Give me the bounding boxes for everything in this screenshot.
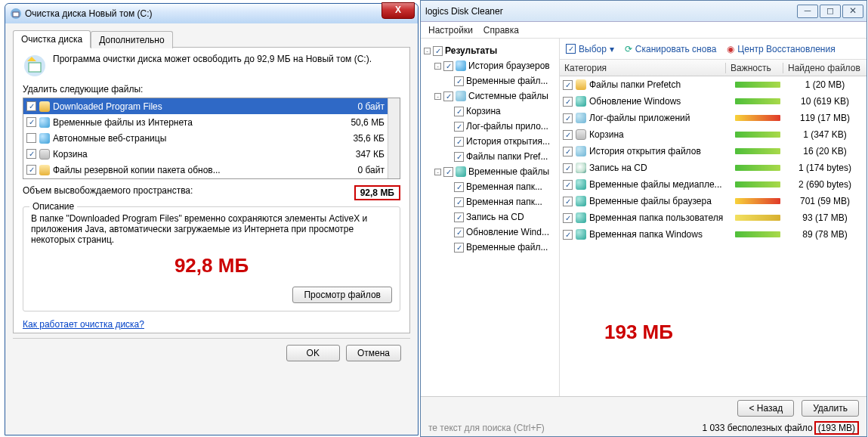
checkbox[interactable]: ✓ bbox=[454, 182, 464, 192]
tree-toggle[interactable]: - bbox=[434, 63, 441, 70]
tree-node[interactable]: ✓Запись на CD bbox=[424, 209, 556, 225]
delete-button[interactable]: Удалить bbox=[802, 400, 859, 417]
tree-toggle[interactable]: - bbox=[434, 93, 441, 100]
checkbox[interactable]: ✓ bbox=[454, 107, 464, 116]
checkbox[interactable]: ✓ bbox=[563, 97, 573, 107]
checkbox[interactable]: ✓ bbox=[454, 122, 464, 132]
category-icon bbox=[576, 79, 586, 90]
scan-again-button[interactable]: ⟳Сканировать снова bbox=[625, 44, 716, 54]
tree-node[interactable]: ✓Временная папк... bbox=[424, 179, 556, 194]
ok-button[interactable]: OK bbox=[286, 345, 340, 361]
cancel-button[interactable]: Отмена bbox=[346, 345, 401, 361]
tree-node[interactable]: ✓Файлы папки Pref... bbox=[424, 149, 556, 164]
tree-node[interactable]: -✓Результаты bbox=[424, 43, 556, 58]
checkbox[interactable]: ✓ bbox=[454, 228, 464, 237]
checkbox[interactable]: ✓ bbox=[563, 230, 573, 240]
checkbox[interactable]: ✓ bbox=[26, 101, 36, 111]
result-row[interactable]: ✓Временные файлы браузера701 (59 MB) bbox=[560, 193, 866, 209]
titlebar[interactable]: Очистка диска Новый том (C:) X bbox=[5, 4, 418, 23]
file-row[interactable]: Автономные веб-страницы35,6 КБ bbox=[23, 130, 400, 146]
checkbox[interactable]: ✓ bbox=[26, 165, 36, 175]
file-row[interactable]: ✓Файлы резервной копии пакета обнов...0 … bbox=[23, 162, 400, 178]
result-row[interactable]: ✓Запись на CD1 (174 bytes) bbox=[560, 160, 866, 176]
checkbox[interactable] bbox=[26, 133, 36, 143]
tree-node[interactable]: ✓Временная папк... bbox=[424, 194, 556, 209]
checkbox[interactable]: ✓ bbox=[433, 46, 443, 56]
minimize-button[interactable]: ─ bbox=[797, 5, 818, 18]
search-hint[interactable]: те текст для поиска (Ctrl+F) bbox=[428, 423, 545, 433]
category-tree[interactable]: -✓Результаты-✓История браузеров✓Временны… bbox=[421, 39, 560, 406]
annotation-size-2: 193 МБ bbox=[604, 321, 673, 344]
results-header[interactable]: Категория Важность Найдено файлов bbox=[560, 60, 866, 76]
result-row[interactable]: ✓Корзина1 (347 KB) bbox=[560, 126, 866, 143]
checkbox[interactable]: ✓ bbox=[26, 117, 36, 127]
file-list[interactable]: ✓Downloaded Program Files0 байт✓Временны… bbox=[23, 98, 400, 179]
checkbox[interactable]: ✓ bbox=[454, 76, 464, 86]
tree-node[interactable]: ✓Временные файл... bbox=[424, 240, 556, 255]
close-button-2[interactable]: ✕ bbox=[842, 5, 863, 18]
checkbox[interactable]: ✓ bbox=[454, 152, 464, 162]
result-row[interactable]: ✓Лог-файлы приложений119 (17 MB) bbox=[560, 110, 866, 126]
checkbox[interactable]: ✓ bbox=[26, 149, 36, 159]
window-title: Очистка диска Новый том (C:) bbox=[25, 8, 153, 19]
file-row[interactable]: ✓Downloaded Program Files0 байт bbox=[23, 98, 400, 114]
tree-node[interactable]: -✓Системные файлы bbox=[424, 88, 556, 104]
category-icon bbox=[576, 146, 586, 157]
maximize-button[interactable]: ◻ bbox=[820, 5, 841, 18]
result-row[interactable]: ✓Файлы папки Prefetch1 (20 MB) bbox=[560, 76, 866, 93]
result-row[interactable]: ✓Временная папка Windows89 (78 MB) bbox=[560, 226, 866, 243]
checkbox[interactable]: ✓ bbox=[454, 197, 464, 207]
checkbox[interactable]: ✓ bbox=[563, 130, 573, 140]
tree-node[interactable]: -✓Временные файлы bbox=[424, 164, 556, 179]
tab-more[interactable]: Дополнительно bbox=[91, 31, 172, 48]
file-row[interactable]: ✓Корзина347 КБ bbox=[23, 146, 400, 162]
checkbox[interactable]: ✓ bbox=[563, 163, 573, 173]
checkbox[interactable]: ✓ bbox=[563, 113, 573, 123]
result-row[interactable]: ✓История открытия файлов16 (20 KB) bbox=[560, 143, 866, 160]
tree-node[interactable]: ✓История открытия... bbox=[424, 134, 556, 149]
menu-help[interactable]: Справка bbox=[483, 25, 519, 35]
file-icon bbox=[39, 117, 50, 128]
checkbox[interactable]: ✓ bbox=[563, 80, 573, 90]
tree-toggle[interactable]: - bbox=[424, 48, 431, 54]
back-button[interactable]: < Назад bbox=[737, 400, 794, 417]
tree-node[interactable]: ✓Лог-файлы прило... bbox=[424, 119, 556, 134]
select-dropdown[interactable]: ✓Выбор▾ bbox=[566, 44, 614, 54]
checkbox[interactable]: ✓ bbox=[443, 61, 453, 71]
file-row[interactable]: ✓Временные файлы из Интернета50,6 МБ bbox=[23, 114, 400, 130]
importance-bar bbox=[735, 198, 780, 204]
col-count[interactable]: Найдено файлов bbox=[783, 63, 866, 73]
checkbox[interactable]: ✓ bbox=[563, 147, 573, 157]
tree-node[interactable]: ✓Обновление Wind... bbox=[424, 225, 556, 240]
close-button[interactable]: X bbox=[381, 2, 415, 19]
checkbox[interactable]: ✓ bbox=[443, 167, 453, 177]
checkbox[interactable]: ✓ bbox=[563, 197, 573, 206]
col-category[interactable]: Категория bbox=[560, 63, 726, 73]
tree-node[interactable]: ✓Корзина bbox=[424, 104, 556, 119]
checkbox[interactable]: ✓ bbox=[454, 212, 464, 222]
result-row[interactable]: ✓Временная папка пользователя93 (17 MB) bbox=[560, 209, 866, 226]
result-row[interactable]: ✓Временные файлы медиапле...2 (690 bytes… bbox=[560, 176, 866, 193]
menu-settings[interactable]: Настройки bbox=[428, 25, 473, 35]
scrollbar[interactable] bbox=[388, 98, 400, 178]
checkbox[interactable]: ✓ bbox=[563, 180, 573, 190]
tree-toggle[interactable]: - bbox=[434, 169, 441, 175]
checkbox[interactable]: ✓ bbox=[454, 243, 464, 253]
menubar: Настройки Справка bbox=[421, 22, 866, 39]
tree-node[interactable]: -✓История браузеров bbox=[424, 58, 556, 73]
result-row[interactable]: ✓Обновление Windows10 (619 KB) bbox=[560, 93, 866, 110]
tree-node[interactable]: ✓Временные файл... bbox=[424, 73, 556, 88]
view-files-button[interactable]: Просмотр файлов bbox=[292, 287, 392, 303]
results-list[interactable]: ✓Файлы папки Prefetch1 (20 MB)✓Обновлени… bbox=[560, 76, 866, 243]
checkbox[interactable]: ✓ bbox=[563, 213, 573, 223]
tab-cleanup[interactable]: Очистка диска bbox=[13, 30, 91, 48]
tabstrip: Очистка диска Дополнительно bbox=[13, 29, 410, 48]
col-importance[interactable]: Важность bbox=[726, 63, 783, 73]
restore-center-button[interactable]: ◉Центр Восстановления bbox=[727, 44, 835, 54]
help-link[interactable]: Как работает очистка диска? bbox=[23, 319, 144, 330]
titlebar-2[interactable]: logics Disk Cleaner ─ ◻ ✕ bbox=[421, 1, 866, 22]
checkbox[interactable]: ✓ bbox=[443, 91, 453, 101]
window-title-2: logics Disk Cleaner bbox=[425, 6, 503, 17]
checkbox[interactable]: ✓ bbox=[454, 137, 464, 147]
restore-icon: ◉ bbox=[727, 44, 734, 54]
